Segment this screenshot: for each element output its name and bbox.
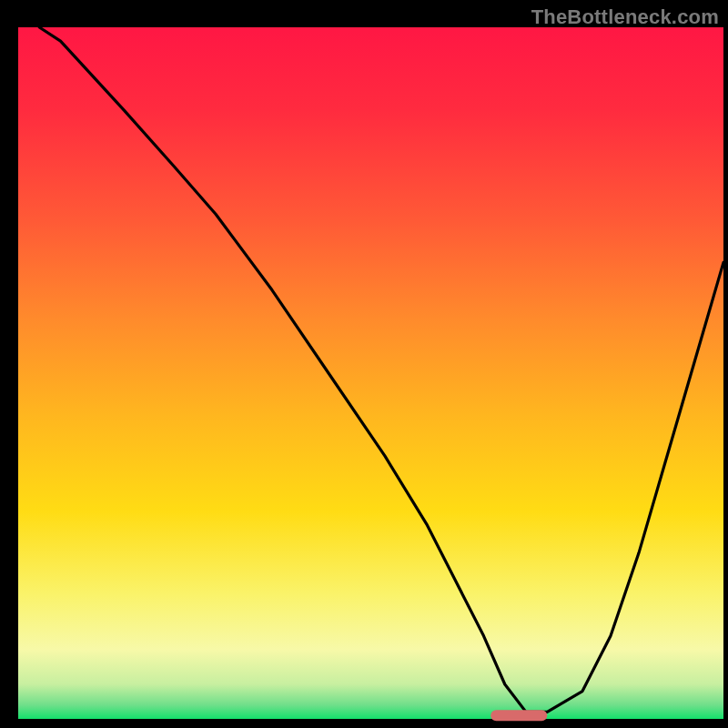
bottleneck-chart	[0, 0, 728, 728]
chart-container: TheBottleneck.com	[0, 0, 728, 728]
watermark-label: TheBottleneck.com	[531, 5, 719, 29]
optimal-range-pill	[490, 710, 547, 721]
